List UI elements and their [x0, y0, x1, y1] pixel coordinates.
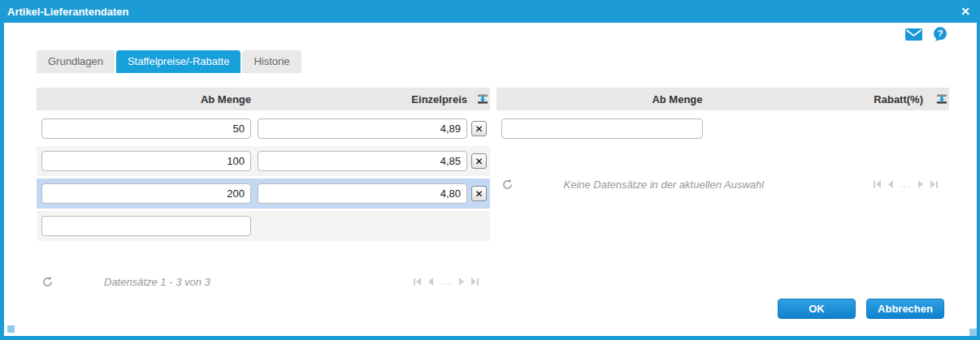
- prev-page-icon[interactable]: [888, 180, 893, 188]
- tab-bar: Grundlagen Staffelpreise/-Rabatte Histor…: [37, 50, 301, 73]
- cancel-button[interactable]: Abbrechen: [866, 299, 944, 319]
- dialog-titlebar[interactable]: Artikel-Lieferantendaten ✕: [0, 0, 980, 23]
- tab-grundlagen[interactable]: Grundlagen: [37, 50, 115, 73]
- delete-row-button[interactable]: ✕: [471, 186, 487, 201]
- tab-staffelpreise-rabatte[interactable]: Staffelpreise/-Rabatte: [116, 50, 241, 73]
- page-ellipsis: ...: [900, 181, 911, 187]
- column-header-ab-menge: Ab Menge: [41, 93, 251, 105]
- record-count-status: Datensätze 1 - 3 von 3: [104, 276, 210, 288]
- new-row: [37, 211, 490, 241]
- refresh-icon[interactable]: [501, 179, 514, 191]
- next-page-icon[interactable]: [459, 278, 464, 286]
- ab-menge-input[interactable]: [41, 151, 251, 171]
- tab-historie[interactable]: Historie: [242, 50, 301, 73]
- delete-row-button[interactable]: ✕: [471, 153, 487, 169]
- resize-handle-left[interactable]: [7, 325, 15, 333]
- pager: ...: [406, 278, 478, 286]
- artikel-lieferantendaten-dialog: Artikel-Lieferantendaten ✕ ? Grundlagen …: [0, 0, 980, 340]
- dialog-footer: OK Abbrechen: [778, 299, 944, 319]
- insert-row-icon[interactable]: [477, 93, 488, 105]
- prev-page-icon[interactable]: [428, 278, 433, 286]
- next-page-icon[interactable]: [918, 180, 923, 188]
- rabatte-panel: Ab Menge Rabatt(%): [497, 88, 950, 290]
- table-row[interactable]: ✕: [37, 114, 490, 144]
- rabatte-table-header: Ab Menge Rabatt(%): [497, 88, 950, 110]
- first-page-icon[interactable]: [874, 180, 881, 188]
- delete-row-button[interactable]: ✕: [471, 121, 487, 136]
- dialog-body: ? Grundlagen Staffelpreise/-Rabatte Hist…: [4, 23, 977, 336]
- empty-selection-status: Keine Datensätze in der aktuellen Auswah…: [564, 179, 765, 191]
- table-row[interactable]: ✕: [37, 179, 490, 209]
- resize-handle-right[interactable]: [969, 329, 977, 336]
- close-icon[interactable]: ✕: [960, 6, 970, 17]
- help-icon[interactable]: ?: [933, 27, 947, 41]
- ab-menge-input[interactable]: [41, 183, 251, 204]
- refresh-icon[interactable]: [41, 276, 54, 288]
- pager: ...: [866, 180, 938, 188]
- last-page-icon[interactable]: [930, 180, 938, 188]
- help-glyph: ?: [937, 28, 943, 38]
- column-header-rabatt: Rabatt(%): [703, 93, 937, 105]
- mail-icon[interactable]: [905, 28, 922, 41]
- table-row[interactable]: ✕: [37, 146, 490, 176]
- column-header-einzelpreis: Einzelpreis: [258, 93, 467, 105]
- einzelpreis-input[interactable]: [258, 118, 467, 139]
- einzelpreis-input[interactable]: [258, 183, 467, 204]
- staffelpreise-table-header: Ab Menge Einzelpreis: [37, 88, 490, 110]
- ok-button[interactable]: OK: [778, 299, 856, 319]
- last-page-icon[interactable]: [471, 278, 479, 286]
- first-page-icon[interactable]: [414, 278, 421, 286]
- new-row: [497, 114, 950, 144]
- staffelpreise-panel: Ab Menge Einzelpreis ✕✕✕: [37, 88, 490, 290]
- dialog-title: Artikel-Lieferantendaten: [7, 6, 129, 18]
- column-header-ab-menge: Ab Menge: [501, 93, 703, 105]
- new-ab-menge-input[interactable]: [41, 216, 251, 236]
- einzelpreis-input[interactable]: [258, 151, 467, 171]
- staffelpreise-pagination-bar: Datensätze 1 - 3 von 3 ...: [37, 273, 490, 290]
- rabatte-pagination-bar: Keine Datensätze in der aktuellen Auswah…: [497, 176, 950, 192]
- page-ellipsis: ...: [440, 278, 451, 285]
- staffelpreise-table-body: ✕✕✕: [37, 114, 490, 209]
- ab-menge-input[interactable]: [41, 118, 251, 139]
- new-ab-menge-input[interactable]: [501, 118, 703, 139]
- insert-row-icon[interactable]: [936, 93, 947, 105]
